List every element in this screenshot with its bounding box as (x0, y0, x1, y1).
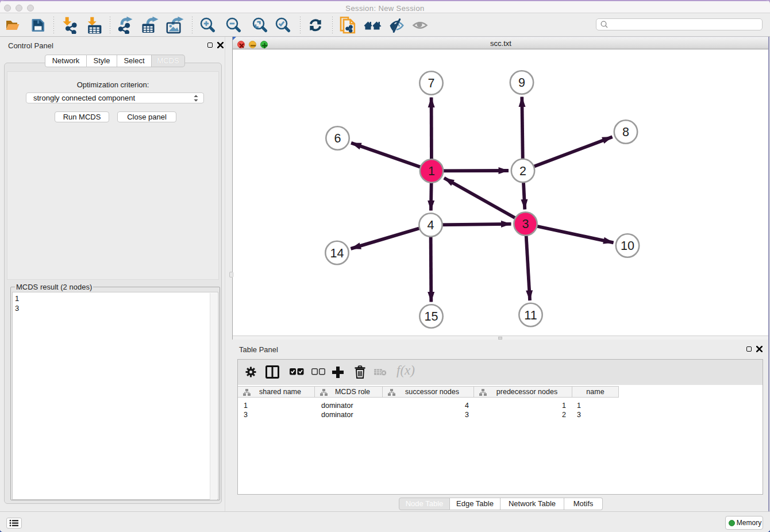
svg-text:6: 6 (334, 132, 341, 145)
svg-text:9: 9 (518, 76, 525, 90)
svg-text:14: 14 (330, 246, 344, 260)
svg-text:4: 4 (428, 218, 434, 232)
svg-text:3: 3 (522, 217, 529, 231)
svg-text:15: 15 (425, 310, 438, 323)
svg-text:7: 7 (428, 76, 435, 90)
svg-text:8: 8 (622, 125, 629, 139)
svg-text:2: 2 (519, 164, 526, 178)
svg-text:11: 11 (524, 309, 537, 322)
svg-text:1: 1 (428, 164, 435, 178)
svg-text:10: 10 (621, 239, 634, 253)
